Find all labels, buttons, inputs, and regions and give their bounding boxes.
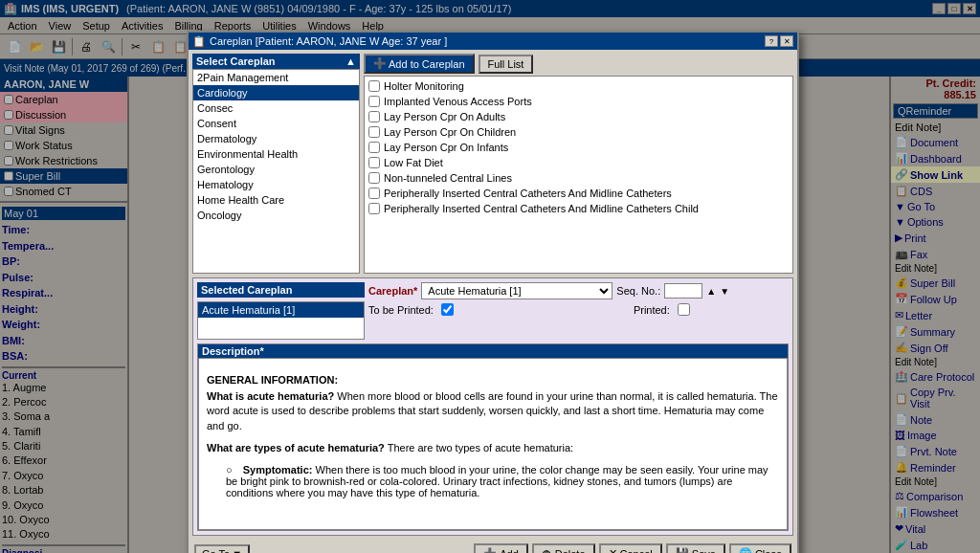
add-to-careplan-button[interactable]: ➕ Add to Careplan [364, 54, 475, 74]
add-header: ➕ Add to Careplan Full List [364, 54, 793, 74]
modal-bottom-section: Selected Careplan Acute Hematuria [1] Ca… [192, 277, 793, 536]
cprchildren-checkbox[interactable] [368, 126, 380, 138]
q2-text: There are two types of acute hematuria: [388, 442, 573, 453]
modal-title-bar: 📋 Careplan [Patient: AARON, JANE W Age: … [189, 33, 797, 50]
full-list-button[interactable]: Full List [479, 55, 534, 74]
list-item-gerontology[interactable]: Gerontology [193, 162, 359, 177]
goto-arrow-icon: ▼ [232, 548, 242, 554]
goto-button[interactable]: Go To ▼ [194, 544, 250, 554]
general-info-header: GENERAL INFORMATION: [207, 374, 779, 386]
picc1-checkbox[interactable] [368, 188, 380, 199]
check-cpr-adults[interactable]: Lay Person Cpr On Adults [367, 109, 791, 124]
list-item-cardiology[interactable]: Cardiology [193, 85, 359, 100]
description-content: GENERAL INFORMATION: What is acute hemat… [198, 358, 788, 530]
add-button[interactable]: ➕ Add [474, 543, 528, 553]
modal-top-section: Select Careplan ▲ 2Pain Management Cardi… [192, 54, 793, 274]
selected-items-list[interactable]: Acute Hematuria [1] [197, 301, 365, 340]
printed-label: Printed: [634, 304, 670, 316]
to-be-printed-label: To be Printed: [368, 304, 434, 316]
list-item-envhealth[interactable]: Environmental Health [193, 146, 359, 162]
check-cpr-infants[interactable]: Lay Person Cpr On Infants [367, 140, 791, 155]
seq-spinner-down[interactable]: ▼ [720, 286, 729, 297]
modal-body: Select Careplan ▲ 2Pain Management Cardi… [189, 50, 797, 553]
add-icon: ➕ [483, 547, 497, 553]
select-careplan-header: Select Careplan ▲ [192, 54, 360, 69]
picc2-checkbox[interactable] [368, 203, 380, 214]
modal-title: Careplan [Patient: AARON, JANE W Age: 37… [210, 35, 447, 47]
modal-close-button[interactable]: ✕ [780, 35, 793, 47]
check-picc1[interactable]: Peripherally Inserted Central Catheters … [367, 186, 791, 201]
check-cpr-children[interactable]: Lay Person Cpr On Children [367, 124, 791, 140]
check-picc2[interactable]: Peripherally Inserted Central Catheters … [367, 201, 791, 216]
check-lowfat[interactable]: Low Fat Diet [367, 155, 791, 170]
cprinfants-checkbox[interactable] [368, 142, 380, 153]
footer-left: Go To ▼ [194, 544, 250, 554]
list-item-consent[interactable]: Consent [193, 116, 359, 131]
modal-title-icon: 📋 [192, 35, 206, 48]
careplan-name-row: Careplan* Acute Hematuria [1] Seq. No.: … [368, 282, 789, 299]
list-item-dermatology[interactable]: Dermatology [193, 131, 359, 146]
close-modal-button[interactable]: 🌐 Close [729, 543, 791, 553]
delete-icon: 🗑 [542, 548, 552, 554]
save-button[interactable]: 💾 Save [666, 543, 725, 553]
modal-title-controls: ? ✕ [765, 35, 793, 47]
scroll-up-icon[interactable]: ▲ [345, 55, 356, 67]
check-holter[interactable]: Holter Monitoring [367, 78, 791, 94]
printed-checkbox[interactable] [678, 303, 690, 316]
footer-right: ➕ Add 🗑 Delete ✕ Cancel 💾 Save [474, 543, 791, 553]
add-careplan-list[interactable]: Holter Monitoring Implanted Venous Acces… [364, 76, 793, 274]
modal-help-button[interactable]: ? [765, 35, 778, 47]
careplan-list[interactable]: 2Pain Management Cardiology Consec Conse… [192, 69, 360, 274]
careplan-dropdown[interactable]: Acute Hematuria [1] [421, 282, 612, 299]
cancel-button[interactable]: ✕ Cancel [599, 543, 662, 553]
cpradults-checkbox[interactable] [368, 111, 380, 122]
modal-footer: Go To ▼ ➕ Add 🗑 Delete ✕ Cancel [192, 540, 793, 553]
q1-label: What is acute hematuria? [207, 390, 334, 402]
bullet-circle: ○ [226, 464, 233, 476]
app-window: 🏥 IMS (IMS, URGENT) (Patient: AARON, JAN… [0, 0, 980, 553]
cancel-icon: ✕ [609, 547, 617, 553]
selected-list-section: Selected Careplan Acute Hematuria [1] [197, 282, 365, 340]
save-icon: 💾 [676, 547, 689, 553]
to-be-printed-checkbox[interactable] [441, 303, 454, 316]
add-careplan-section: ➕ Add to Careplan Full List Holter Monit… [364, 54, 793, 274]
seq-spinner-up[interactable]: ▲ [706, 286, 716, 297]
nontunneled-checkbox[interactable] [368, 172, 380, 184]
close-icon: 🌐 [739, 547, 752, 553]
description-header: Description* [198, 344, 788, 358]
select-careplan-section: Select Careplan ▲ 2Pain Management Cardi… [192, 54, 360, 274]
lowfat-checkbox[interactable] [368, 157, 380, 168]
desc-bullet1: ○ Symptomatic: When there is too much bl… [226, 464, 779, 498]
list-item-hematology[interactable]: Hematology [193, 177, 359, 192]
delete-button[interactable]: 🗑 Delete [532, 543, 595, 553]
careplan-modal: 📋 Careplan [Patient: AARON, JANE W Age: … [187, 31, 799, 553]
list-item-painmgmt[interactable]: 2Pain Management [193, 70, 359, 85]
venous-checkbox[interactable] [368, 96, 380, 107]
seq-no-label: Seq. No.: [616, 285, 660, 297]
print-row: To be Printed: Printed: [368, 303, 789, 316]
list-item-oncology[interactable]: Oncology [193, 208, 359, 223]
description-section: Description* GENERAL INFORMATION: What i… [197, 343, 789, 531]
bullet1-label: Symptomatic: [243, 464, 313, 476]
list-item-homehealthcare[interactable]: Home Health Care [193, 192, 359, 208]
check-venous[interactable]: Implanted Venous Access Ports [367, 94, 791, 109]
list-item-consec[interactable]: Consec [193, 100, 359, 116]
q2-label: What are types of acute hematuria? [207, 442, 385, 453]
holter-checkbox[interactable] [368, 80, 380, 92]
selected-item-hematuria[interactable]: Acute Hematuria [1] [198, 302, 364, 318]
selected-careplan-header: Selected Careplan [197, 282, 365, 298]
selected-section: Selected Careplan Acute Hematuria [1] Ca… [197, 282, 789, 340]
careplan-form-section: Careplan* Acute Hematuria [1] Seq. No.: … [368, 282, 789, 340]
desc-q2: What are types of acute hematuria? There… [207, 441, 779, 455]
add-plus-icon: ➕ [373, 57, 387, 70]
seq-no-input[interactable] [664, 283, 702, 299]
check-nontunneled[interactable]: Non-tunneled Central Lines [367, 170, 791, 186]
desc-q1: What is acute hematuria? When more blood… [207, 389, 779, 433]
